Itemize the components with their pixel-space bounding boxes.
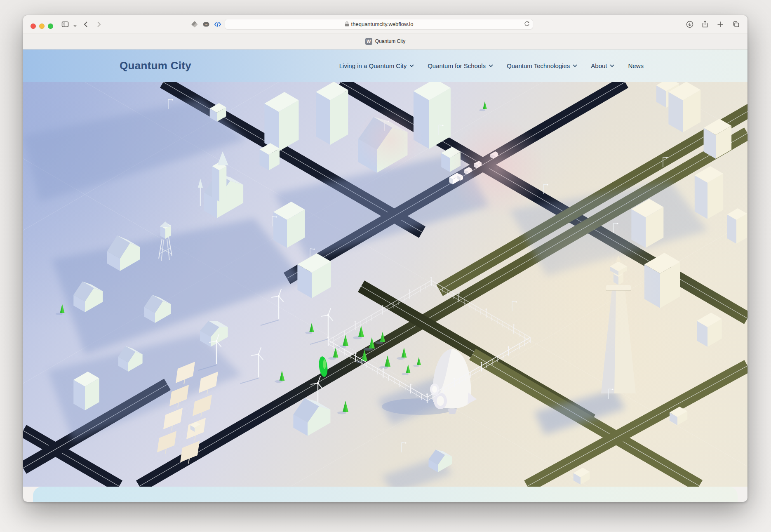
tab-overview-icon[interactable]: [732, 20, 740, 28]
isometric-city-scene: [23, 82, 747, 487]
tab-title: Quantum City: [375, 38, 405, 44]
chevron-down-icon: [610, 64, 614, 67]
next-section-panel: [33, 487, 738, 502]
nav-news[interactable]: News: [628, 62, 644, 69]
hero-city-illustration: [23, 82, 747, 487]
tab-bar: W Quantum City: [23, 33, 747, 49]
extension-diamond-icon[interactable]: [190, 20, 199, 28]
share-icon[interactable]: [701, 20, 709, 28]
desktop-background: ∞ thequantumcity.webflow.io: [0, 0, 771, 532]
chevron-down-icon[interactable]: [71, 22, 79, 30]
url-text: thequantumcity.webflow.io: [351, 21, 414, 27]
minimize-button[interactable]: [39, 24, 45, 29]
browser-window: ∞ thequantumcity.webflow.io: [23, 15, 747, 502]
site-logo[interactable]: Quantum City: [120, 59, 191, 72]
extension-code-icon[interactable]: [214, 20, 222, 28]
chevron-down-icon: [409, 64, 414, 67]
chevron-down-icon: [489, 64, 493, 67]
chevron-down-icon: [573, 64, 577, 67]
nav-quantum-for-schools[interactable]: Quantum for Schools: [428, 62, 493, 69]
main-nav: Living in a Quantum City Quantum for Sch…: [339, 62, 747, 69]
extension-pill-icon[interactable]: ∞: [202, 20, 210, 28]
new-tab-icon[interactable]: [716, 20, 724, 28]
tab-quantum-city[interactable]: W Quantum City: [365, 38, 405, 45]
url-bar[interactable]: thequantumcity.webflow.io: [225, 19, 533, 29]
forward-icon: [94, 20, 103, 28]
download-icon[interactable]: [686, 20, 694, 28]
sidebar-icon[interactable]: [61, 20, 69, 28]
nav-about[interactable]: About: [591, 62, 614, 69]
nav-quantum-technologies[interactable]: Quantum Technologies: [507, 62, 577, 69]
browser-toolbar[interactable]: ∞ thequantumcity.webflow.io: [23, 15, 747, 33]
lock-icon: [345, 21, 349, 27]
nav-living-in-a-quantum-city[interactable]: Living in a Quantum City: [339, 62, 414, 69]
close-button[interactable]: [31, 24, 36, 29]
back-icon[interactable]: [82, 20, 90, 28]
reload-icon[interactable]: [524, 21, 530, 27]
webflow-favicon: W: [365, 38, 372, 45]
svg-text:∞: ∞: [205, 23, 207, 26]
site-header: Quantum City Living in a Quantum City Qu…: [23, 49, 747, 82]
zoom-button[interactable]: [48, 24, 53, 29]
